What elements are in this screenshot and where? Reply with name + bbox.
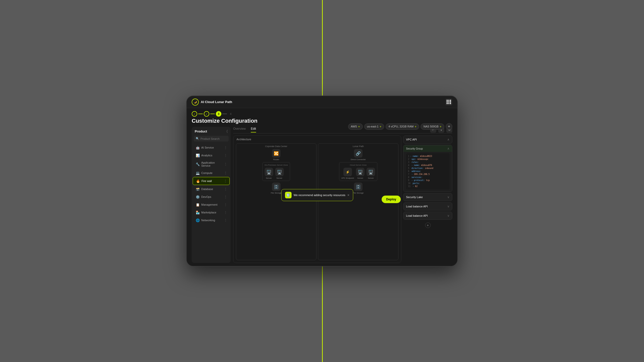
tag-region[interactable]: us-east-1 + [364, 123, 384, 130]
sidebar-title: Product [195, 129, 207, 133]
sidebar-collapse-btn[interactable]: ⟨ [226, 129, 228, 133]
vpc-panel: VPC API ∧ Security Group ∧ [403, 135, 452, 263]
networking-dots: ⋮ [224, 218, 227, 222]
add-tag-button[interactable]: + [446, 123, 452, 130]
firewall-dots: ⋮ [224, 179, 227, 183]
load-balance-api-2-title: Load balance API [406, 214, 428, 217]
node-cloud-server-1: 🖥️ Server [356, 168, 365, 179]
corporate-dc-nodes: 🔀 Router On-Premises Server Zone 🖥️ [262, 149, 290, 194]
vpc-api-title: VPC API [406, 138, 417, 141]
zone-corporate-dc: Coporate Data Center 🔀 Router On-Premise… [236, 143, 316, 260]
vpc-api-card: VPC API ∧ [403, 135, 452, 144]
sidebar-item-database[interactable]: 🗃️ Database ⋮ [193, 185, 230, 193]
node-router: 🔀 Router [272, 149, 280, 161]
sidebar-item-firewall[interactable]: 🔥 Fire wall ⋮ [193, 177, 230, 185]
right-panel: Overview Edit ↩ ⬆ ⚙ Architecture [233, 127, 452, 263]
main-content: ✓ ✓ 3 4 Customize Configuration AWS + us… [187, 108, 457, 266]
architecture-diagram: Architecture Coporate Data Center 🔀 Rout… [233, 135, 401, 263]
wizard-step-2[interactable]: ✓ [204, 111, 209, 117]
tag-region-label: us-east-1 [367, 125, 379, 128]
sidebar-item-management[interactable]: 📋 Management ⋮ [193, 201, 230, 208]
tab-edit[interactable]: Edit [251, 127, 256, 132]
app-logo: 🌙 [192, 99, 199, 106]
firewall-icon: 🔥 [196, 179, 200, 183]
networking-label: Networking [201, 219, 215, 222]
node-server-1: 🖥️ Server [265, 168, 273, 179]
device-frame: 🌙 AI Cloud Lunar Path ✓ ✓ 3 4 Customize … [186, 96, 458, 266]
app-title: AI Cloud Lunar Path [201, 100, 445, 104]
file-storage-2-label: File Storage [353, 192, 364, 194]
tag-nas[interactable]: NAS 500GB + [421, 123, 444, 130]
file-storage-1-icon: 🗄️ [272, 183, 280, 191]
cloud-server-zone-label: Cloud Server Zone [341, 164, 375, 166]
cloud-server-1-icon: 🖥️ [356, 168, 365, 176]
main-tabs: Overview Edit [233, 127, 256, 132]
product-search-input[interactable] [200, 137, 227, 140]
toast-text: We recommend adding security resources [294, 194, 345, 197]
zone-corporate-dc-label: Coporate Data Center [265, 145, 287, 148]
analytics-dots: ⋮ [224, 153, 227, 157]
sidebar-item-compute[interactable]: 💻 Compute ⋮ [193, 169, 230, 177]
marketplace-icon: 🏪 [196, 211, 200, 214]
management-icon: 📋 [196, 203, 200, 207]
direct-connector-icon: 🔗 [354, 149, 363, 158]
sidebar-item-devops[interactable]: ⚙️ DevOps ⋮ [193, 193, 230, 201]
vpc-plus-icon: + [425, 222, 431, 228]
node-file-storage-2: 🗄️ File Storage [353, 183, 364, 194]
sidebar-item-app-service[interactable]: 🔧 Application Service ⋮ [193, 159, 230, 169]
cloud-server-2-label: Server [368, 177, 374, 179]
security-group-card: Security Group ∧ 1- name: m1dosu0023 2 v… [403, 145, 452, 192]
devops-dots: ⋮ [224, 195, 227, 199]
sidebar-item-networking[interactable]: 🌐 Networking ⋮ [193, 216, 230, 224]
security-lake-header[interactable]: Security Lake ∨ [404, 193, 452, 201]
file-storage-2-icon: 🗄️ [354, 183, 363, 191]
config-tags: AWS + us-east-1 + 4 vCPU, 32GB RAM + NAS… [348, 123, 452, 130]
toast-close-btn[interactable]: × [347, 193, 349, 197]
wizard-step-1[interactable]: ✓ [192, 111, 197, 117]
database-icon: 🗃️ [196, 187, 200, 191]
router-icon-wrap: 🔀 [272, 149, 280, 158]
tag-cpu[interactable]: 4 vCPU, 32GB RAM + [386, 123, 419, 130]
wizard-steps: ✓ ✓ 3 4 [192, 108, 452, 118]
wizard-step-3[interactable]: 3 [216, 111, 221, 117]
wizard-step-4[interactable]: 4 [228, 111, 233, 117]
marketplace-dots: ⋮ [224, 210, 227, 214]
ai-service-label: AI Service [201, 146, 214, 149]
node-file-storage-1: 🗄️ File Storage [271, 183, 281, 194]
wizard-line-1-2 [198, 114, 203, 114]
sidebar-item-analytics[interactable]: 📊 Analytics ⋮ [193, 152, 230, 159]
cloud-server-1-label: Server [357, 177, 363, 179]
vpc-endpoint-icon: ⚡ [343, 168, 352, 176]
node-cloud-server-2: 🖥️ Server [367, 168, 375, 179]
security-group-chevron: ∧ [447, 147, 450, 150]
tab-overview[interactable]: Overview [233, 127, 246, 132]
devops-label: DevOps [201, 195, 211, 198]
security-lake-title: Security Lake [406, 196, 423, 199]
deploy-button[interactable]: Deploy [382, 196, 401, 203]
ai-service-dots: ⋮ [224, 146, 227, 150]
product-search-box: 🔍 [194, 136, 229, 142]
ai-service-icon: 🤖 [196, 146, 200, 150]
load-balance-api-1-header[interactable]: Load balance API ∨ [404, 203, 452, 210]
cloud-servers: ⚡ VPC Endpoint 🖥️ Server [341, 168, 375, 179]
node-server-2: 🖥️ Server [275, 168, 284, 179]
networking-icon: 🌐 [196, 218, 200, 222]
sidebar-item-marketplace[interactable]: 🏪 Marketplace ⋮ [193, 209, 230, 216]
vpc-add-button[interactable]: + [403, 221, 452, 230]
vpc-endpoint-label: VPC Endpoint [341, 177, 354, 179]
security-group-header[interactable]: Security Group ∧ [404, 145, 452, 152]
grid-menu-icon[interactable] [445, 99, 452, 106]
security-toast: 🛡️ We recommend adding security resource… [281, 189, 353, 201]
load-balance-api-2-header[interactable]: Load balance API ∨ [404, 212, 452, 219]
vpc-api-header[interactable]: VPC API ∧ [404, 136, 452, 143]
devops-icon: ⚙️ [196, 195, 200, 199]
cloud-server-zone: Cloud Server Zone ⚡ VPC Endpoint 🖥️ [339, 162, 377, 181]
product-sidebar: Product ⟨ 🔍 🤖 AI Service ⋮ [192, 127, 231, 263]
sidebar-item-ai-service[interactable]: 🤖 AI Service ⋮ [193, 144, 230, 151]
management-dots: ⋮ [224, 203, 227, 207]
file-storage-1-label: File Storage [271, 192, 281, 194]
analytics-icon: 📊 [196, 154, 200, 157]
tag-aws[interactable]: AWS + [348, 123, 363, 130]
load-balance-api-1-card: Load balance API ∨ [403, 202, 452, 210]
on-premises-label: On-Premises Server Zone [265, 164, 288, 166]
